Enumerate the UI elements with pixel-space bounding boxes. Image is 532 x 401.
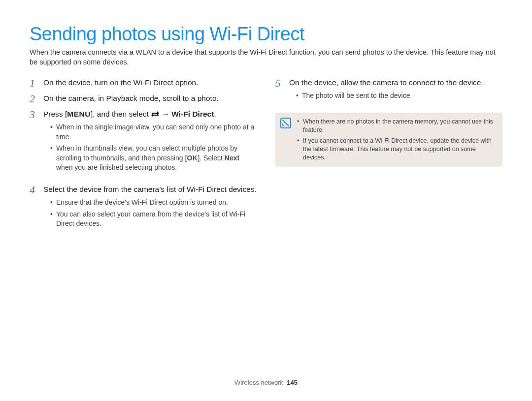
text-fragment: Select the device from the camera’s list…: [43, 185, 257, 193]
step-3: 3 Press [MENU], and then select → Wi-Fi …: [30, 109, 257, 180]
page-number: 145: [287, 379, 298, 386]
sub-item: When in the single image view, you can s…: [50, 123, 257, 142]
step-text: On the device, allow the camera to conne…: [289, 78, 502, 108]
step-number: 5: [275, 78, 284, 108]
step-4: 4 Select the device from the camera’s li…: [30, 185, 257, 236]
footer-section: Wireless network: [234, 379, 283, 386]
step-text: Press [MENU], and then select → Wi-Fi Di…: [43, 109, 257, 180]
step-2: 2 On the camera, in Playback mode, scrol…: [30, 93, 257, 104]
manual-page: Sending photos using Wi-Fi Direct When t…: [0, 0, 532, 401]
ok-label: OK: [187, 154, 198, 162]
text-fragment: .: [214, 110, 216, 118]
text-fragment: ]. Select: [198, 154, 224, 162]
intro-paragraph: When the camera connects via a WLAN to a…: [30, 48, 502, 67]
next-label: Next: [225, 154, 239, 162]
note-icon: [280, 118, 291, 128]
step-1: 1 On the device, turn on the Wi-Fi Direc…: [30, 78, 257, 89]
page-title: Sending photos using Wi-Fi Direct: [30, 24, 502, 45]
note-list: When there are no photos in the camera m…: [297, 118, 496, 162]
sub-item: You can also select your camera from the…: [50, 210, 257, 229]
sub-list: When in the single image view, you can s…: [43, 123, 257, 173]
text-fragment: Press [: [43, 110, 67, 118]
sub-list: Ensure that the device's Wi-Fi Direct op…: [43, 198, 257, 229]
sub-item: When in thumbnails view, you can select …: [50, 144, 257, 173]
note-item: When there are no photos in the camera m…: [297, 118, 496, 134]
step-number: 4: [30, 185, 38, 236]
step-text: On the camera, in Playback mode, scroll …: [43, 93, 257, 104]
text-fragment: ], and then select: [91, 110, 151, 118]
page-footer: Wireless network 145: [0, 379, 532, 386]
sub-item: The photo will be sent to the device.: [296, 91, 502, 101]
swap-icon: [151, 110, 160, 118]
step-text: On the device, turn on the Wi-Fi Direct …: [43, 78, 257, 89]
note-item: If you cannot connect to a Wi-Fi Direct …: [297, 137, 496, 162]
right-column: 5 On the device, allow the camera to con…: [275, 78, 502, 241]
columns: 1 On the device, turn on the Wi-Fi Direc…: [30, 78, 502, 241]
arrow-separator: →: [160, 110, 171, 118]
step-number: 3: [30, 109, 38, 180]
note-box: When there are no photos in the camera m…: [275, 113, 502, 167]
step-number: 1: [30, 78, 38, 89]
left-column: 1 On the device, turn on the Wi-Fi Direc…: [30, 78, 257, 241]
sub-item: Ensure that the device's Wi-Fi Direct op…: [50, 198, 257, 208]
text-fragment: when you are finished selecting photos.: [56, 163, 177, 171]
sub-list: The photo will be sent to the device.: [289, 91, 502, 101]
step-text: Select the device from the camera’s list…: [43, 185, 257, 236]
menu-label: MENU: [67, 110, 91, 118]
step-number: 2: [30, 93, 38, 104]
menu-path-bold: Wi-Fi Direct: [171, 110, 214, 118]
text-fragment: On the device, allow the camera to conne…: [289, 78, 483, 87]
step-5: 5 On the device, allow the camera to con…: [275, 78, 502, 108]
